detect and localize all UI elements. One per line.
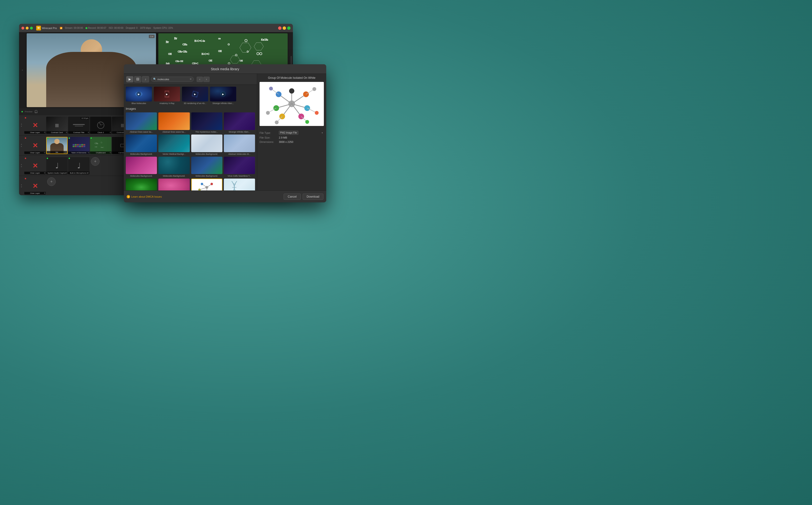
layer-1-clear-label: Clear Layer [24,131,46,134]
image-item-11[interactable]: Virus Cells Seamless T... [224,157,255,177]
layer-1-up-arrow-icon[interactable]: ▲ [20,123,22,125]
dimensions-row: Dimensions: 3000 x 2250 [260,141,324,143]
layer-2-down-arrow-icon[interactable]: ▼ [20,146,22,148]
layer-4-clear-gear-icon[interactable]: ⚙ [44,192,45,194]
search-clear-icon[interactable]: ✕ [189,77,192,81]
layer-2-chalkboard-gear-icon[interactable]: ⚙ [110,152,111,154]
close-traffic-light[interactable] [21,27,24,29]
image-type-btn[interactable]: 🖼 [134,76,141,82]
dmca-icon: ⬥ [127,195,130,198]
minimize-traffic-light[interactable] [26,27,29,29]
images-section-header: Images [126,107,255,111]
image-item-12[interactable]: Molecules Background. [126,179,157,190]
layer-3-add-button[interactable]: + [91,157,100,166]
image-item-4[interactable]: Molecules Background. [126,135,157,155]
dmca-link[interactable]: ⬥ Learn about DMCA Issues [127,195,162,198]
image-item-6[interactable]: Molecules Background. [191,135,222,155]
layer-2-me-label: Me [47,151,67,154]
layer-1-contrast-title-thumb[interactable]: 12:19 pm Contrast Title ⚙ [68,117,90,134]
iso-status: ISO: 00:00:00 [109,27,123,29]
layer-1-down-arrow-icon[interactable]: ▼ [20,126,22,127]
browse-content[interactable]: ▶ Blue Molecules ▶ Anatomy X-Ray [124,85,257,190]
layer-1-clear-gear-icon[interactable]: ⚙ [44,132,45,134]
layer-3-mic-gear-icon[interactable]: ⚙ [88,172,89,174]
image-label-11: Virus Cells Seamless T... [224,175,255,177]
layer-2-me-thumb[interactable]: Me ⚙ [46,137,67,154]
layer-2-elements-thumb[interactable]: Table of Elements ⚙ [68,137,90,154]
layer-3-clear-gear-icon[interactable]: ⚙ [44,172,45,174]
image-item-1[interactable]: Abstract lines wave ba... [158,112,189,133]
layer-3-mic-thumb[interactable]: ♩ Built-in Microphone A ⚙ [68,157,90,174]
file-size-label: File Size: [260,136,278,139]
layer-2-clear-gear-icon[interactable]: ⚙ [44,152,45,154]
image-item-10[interactable]: Molecules Background. [191,157,222,177]
nav-back-btn[interactable]: ‹ [197,77,203,82]
mic-music-note-icon: ♩ [77,161,81,170]
layer-2-up-arrow-icon[interactable]: ▲ [20,143,22,145]
layer-1-contrast-gear-icon[interactable]: ⚙ [66,132,67,134]
layer-1-contraste-gear-icon[interactable]: ⚙ [88,132,89,134]
layer-3-down-arrow-icon[interactable]: ▼ [20,166,22,168]
maximize-traffic-light[interactable] [30,27,33,29]
image-item-7[interactable]: Abstract Molecules M... [224,135,255,155]
svg-text:OH: OH [209,59,212,62]
close-btn[interactable] [278,26,282,30]
layer-4-clear-thumb[interactable]: ✕ Clear Layer ⚙ [24,177,46,194]
wirecast-logo: W Wirecast Pro [36,26,57,30]
layer-2-elements-gear-icon[interactable]: ⚙ [88,152,89,154]
layer-4-down-arrow-icon[interactable]: ▼ [20,186,22,188]
video-item-alien[interactable]: ▶ Strange Infinite Alien... [210,87,236,105]
image-item-15[interactable]: Background With Dna [224,179,255,190]
image-item-0[interactable]: Abstract lines wave ba... [126,112,157,133]
image-item-3[interactable]: Strange Infinite Alien... [224,112,255,133]
min-btn[interactable] [283,26,286,30]
layer-3-audio-gear-icon[interactable]: ⚙ [66,172,67,174]
layer-4-up-arrow-icon[interactable]: ▲ [20,184,22,186]
cut-button[interactable]: Cut [149,35,155,38]
video-item-blue-molecules[interactable]: ▶ Blue Molecules [126,87,152,105]
video-item-3d-rendering[interactable]: ▶ 3D rendering of an Ab... [182,87,208,105]
file-type-label: File Type: [260,132,278,134]
svg-text:OH: OH [168,53,172,55]
collapse-arrow-icon[interactable]: » [21,69,24,71]
layer-1-contrast-card-thumb[interactable]: ◼ Contrast Card ⚙ [46,117,67,134]
layer-2-clear-dot [25,137,26,139]
traffic-lights [21,27,33,29]
image-item-8[interactable]: Molecules Background. [126,157,157,177]
image-item-13[interactable]: Virus Cells Seamless T... [158,179,189,190]
image-item-14[interactable]: Group Of Molecule Iso... [191,179,222,190]
layer-2-chalkboard-thumb[interactable]: CH₂ ⬡ OH NaC Chalkboard ⚙ [90,137,112,154]
file-type-row: File Type: PNG Image File [260,131,324,135]
modal-title: Stock media library [211,67,239,71]
file-type-select[interactable]: PNG Image File [279,131,298,135]
svg-text:CH₃-CH₂: CH₃-CH₂ [178,50,187,53]
svg-text:CH₃-OH: CH₃-OH [175,60,183,62]
download-button[interactable]: Download [303,194,323,200]
max-btn[interactable] [287,26,291,30]
chalkboard-mini-icon: CH₂ ⬡ OH NaC [94,141,108,150]
image-item-9[interactable]: Molecules Background. [158,157,189,177]
layer-3-audio-capture-thumb[interactable]: ♩ System Audio Capture ⚙ [46,157,67,174]
svg-text:OH: OH [240,59,243,62]
nav-forward-btn[interactable]: › [203,77,209,82]
layer-1-clear-thumb[interactable]: ✕ Clear Layer ⚙ [24,117,46,134]
search-box: 🔍 ✕ [151,77,194,82]
video-item-anatomy[interactable]: ▶ Anatomy X-Ray [154,87,180,105]
image-item-2[interactable]: The mysterious molec... [191,112,222,133]
layer-4-add-button[interactable]: + [47,177,56,186]
wirecast-icon: W [36,26,41,30]
layer-3-up-arrow-icon[interactable]: ▲ [20,164,22,165]
layer-3-clear-thumb[interactable]: ✕ Clear Layer ⚙ [24,157,46,174]
search-input[interactable] [157,78,189,81]
video-type-btn[interactable]: ▶ [126,76,133,82]
layer-2-me-gear-icon[interactable]: ⚙ [65,151,67,153]
layer-2-clear-thumb[interactable]: ✕ Clear Layer ⚙ [24,137,46,154]
music-type-btn[interactable]: ♪ [142,76,149,82]
svg-text:⬡: ⬡ [245,39,248,42]
layer-1-clock-gear-icon[interactable]: ⚙ [110,132,111,134]
image-item-5[interactable]: Vector Medical Backgr... [158,135,189,155]
cancel-button[interactable]: Cancel [284,194,301,200]
svg-text:NaC: NaC [101,146,104,148]
record-dot [86,27,88,29]
layer-1-clock-thumb[interactable]: Clock 2 ⚙ [90,117,112,134]
